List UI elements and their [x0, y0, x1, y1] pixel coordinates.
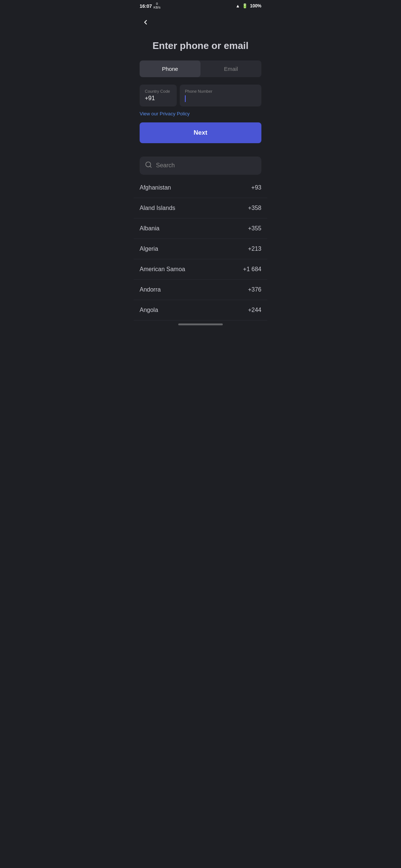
country-name: Albania — [140, 225, 159, 232]
country-list-item[interactable]: Albania+355 — [134, 218, 267, 239]
page-title: Enter phone or email — [134, 33, 267, 60]
country-code-value: +91 — [145, 95, 172, 102]
country-list-item[interactable]: Andorra+376 — [134, 280, 267, 300]
text-cursor — [185, 95, 186, 102]
privacy-policy-link[interactable]: View our Privacy Policy — [140, 111, 261, 116]
svg-line-1 — [150, 166, 151, 168]
battery-icon: 🔋 — [242, 3, 248, 9]
country-list-item[interactable]: Algeria+213 — [134, 239, 267, 259]
wifi-icon: ▲ — [235, 3, 240, 9]
country-name: American Samoa — [140, 266, 185, 273]
phone-number-value — [185, 95, 256, 102]
country-name: Aland Islands — [140, 205, 175, 211]
tab-phone[interactable]: Phone — [140, 60, 200, 77]
country-code-selector[interactable]: Country Code +91 — [140, 85, 177, 106]
country-dial-code: +1 684 — [243, 266, 261, 273]
country-list-item[interactable]: Aland Islands+358 — [134, 198, 267, 218]
country-dial-code: +244 — [248, 307, 261, 313]
country-dial-code: +355 — [248, 225, 261, 232]
country-list-item[interactable]: American Samoa+1 684 — [134, 259, 267, 280]
country-dial-code: +93 — [251, 184, 261, 191]
status-time: 16:07 — [140, 3, 152, 9]
back-button[interactable] — [138, 15, 153, 30]
next-button[interactable]: Next — [140, 122, 261, 143]
country-code-label: Country Code — [145, 89, 172, 93]
search-container[interactable]: Search — [140, 157, 261, 175]
phone-number-label: Phone Number — [185, 89, 256, 93]
phone-number-input[interactable]: Phone Number — [180, 85, 261, 106]
search-icon — [145, 161, 152, 170]
country-dial-code: +376 — [248, 286, 261, 293]
status-bar: 16:07 0 KB/s ▲ 🔋 100% — [134, 0, 267, 12]
country-name: Algeria — [140, 246, 158, 252]
country-list-item[interactable]: Angola+244 — [134, 300, 267, 320]
country-name: Angola — [140, 307, 158, 313]
tab-email[interactable]: Email — [200, 60, 261, 77]
country-list-item[interactable]: Afghanistan+93 — [134, 178, 267, 198]
search-placeholder: Search — [156, 162, 175, 169]
status-data: 0 KB/s — [153, 2, 160, 10]
tab-container: Phone Email — [140, 60, 261, 77]
country-dial-code: +358 — [248, 205, 261, 211]
country-dial-code: +213 — [248, 246, 261, 252]
home-indicator — [178, 323, 223, 325]
country-list: Afghanistan+93Aland Islands+358Albania+3… — [134, 178, 267, 320]
phone-input-row: Country Code +91 Phone Number — [140, 85, 261, 106]
battery-percentage: 100% — [250, 3, 261, 9]
country-name: Afghanistan — [140, 184, 171, 191]
country-name: Andorra — [140, 286, 161, 293]
